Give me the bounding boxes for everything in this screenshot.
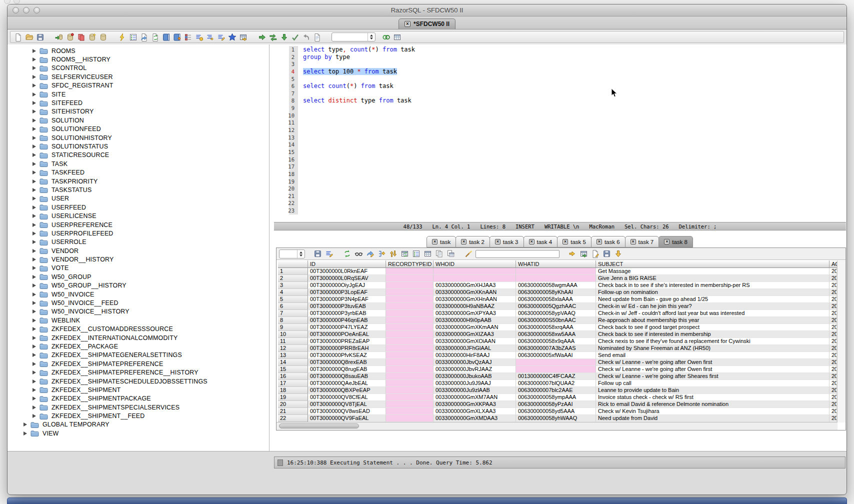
expand-arrow-icon[interactable] xyxy=(32,92,36,96)
column-header-whatid[interactable]: WHATID xyxy=(516,260,596,268)
table-cell[interactable]: Check-in w/ Jeff - couldn't afford last … xyxy=(596,310,830,317)
table-row[interactable]: 1500T3000000Q8rugEAB0033000000JbvRJAAZCh… xyxy=(278,366,837,373)
corner-header-cell[interactable] xyxy=(278,260,308,268)
table-cell[interactable]: 006300000058ympAAA xyxy=(516,394,596,401)
table-cell[interactable]: 006300000058x9qAAA xyxy=(516,338,596,345)
table-cell[interactable]: 00T3000000L0RqSEAV xyxy=(308,275,386,282)
form-view-icon[interactable] xyxy=(412,249,421,258)
table-cell[interactable]: 00630000007A3bZAAS xyxy=(516,345,596,352)
sidebar-item-sitehistory[interactable]: SITEHISTORY xyxy=(8,108,269,116)
tree-join-icon[interactable] xyxy=(377,249,386,258)
table-cell[interactable]: 200 xyxy=(830,296,837,303)
table-cell[interactable] xyxy=(386,359,434,366)
column-header-id[interactable]: ID xyxy=(308,260,386,268)
table-export-icon[interactable] xyxy=(238,32,248,42)
editor-line[interactable]: 4select top 100 * from task xyxy=(274,68,846,76)
table-cell[interactable] xyxy=(386,373,434,380)
editor-line[interactable]: 1select type, count(*) from task xyxy=(274,46,846,54)
expand-arrow-icon[interactable] xyxy=(32,249,36,253)
table-row[interactable]: 100T3000000L0RknEAFGet Massage200 xyxy=(278,268,837,275)
expand-arrow-icon[interactable] xyxy=(32,380,36,384)
sidebar-item-vendor__history[interactable]: VENDOR__HISTORY xyxy=(8,255,269,264)
table-cell[interactable]: 00630000007blc2AAE xyxy=(516,387,596,394)
align-equal-icon[interactable] xyxy=(206,32,215,42)
table-cell[interactable]: Check back to see if interested in membe… xyxy=(596,331,830,338)
editor-line[interactable]: 23 xyxy=(274,207,846,214)
table-cell[interactable]: 00T3000000QBXPeEAP xyxy=(308,387,386,394)
expand-arrow-icon[interactable] xyxy=(32,136,36,140)
zoom-window-button[interactable] xyxy=(34,7,40,14)
result-tab-task-4[interactable]: ×task 4 xyxy=(524,236,558,248)
expand-arrow-icon[interactable] xyxy=(32,153,36,157)
table-cell[interactable]: 0033000000JbvRJAAZ xyxy=(434,366,516,373)
sidebar-item-w50_invoice__feed[interactable]: W50_INVOICE__FEED xyxy=(8,298,269,307)
row-number-cell[interactable]: 4 xyxy=(278,289,308,296)
table-cell[interactable]: 200 xyxy=(830,275,837,282)
table-cell[interactable]: 0033000000GmXM7AAN xyxy=(434,394,516,401)
sidebar-item-userfeed[interactable]: USERFEED xyxy=(8,203,269,212)
db-import-icon[interactable] xyxy=(54,32,64,42)
sort-filter-icon[interactable] xyxy=(324,249,334,258)
view-quotes-icon[interactable] xyxy=(354,249,364,258)
sidebar-item-sfdc_registrant[interactable]: SFDC_REGISTRANT xyxy=(8,82,269,90)
table-cell[interactable]: 200 xyxy=(830,352,837,359)
sidebar-item-w50_group__history[interactable]: W50_GROUP__HISTORY xyxy=(8,282,269,290)
table-cell[interactable]: Need update from David xyxy=(596,415,830,422)
table-cell[interactable] xyxy=(516,275,596,282)
execute-bolt-icon[interactable] xyxy=(118,32,127,42)
expand-arrow-icon[interactable] xyxy=(32,118,36,122)
table-cell[interactable]: 00T3000000QV8CfEAL xyxy=(308,394,386,401)
save-file-icon[interactable] xyxy=(36,32,45,42)
row-number-cell[interactable]: 8 xyxy=(278,317,308,324)
table-row[interactable]: 1100T3000000PREZaEAP0033000000GmXOiAAN00… xyxy=(278,338,837,345)
table-cell[interactable]: 0033000000GmXKnAAN xyxy=(434,289,516,296)
sidebar-item-scontrol[interactable]: SCONTROL xyxy=(8,64,269,72)
expand-arrow-icon[interactable] xyxy=(32,206,36,210)
sidebar-item-zkfedex__shipmatescheduledjobssettings[interactable]: ZKFEDEX__SHIPMATESCHEDULEDJOBSSETTINGS xyxy=(8,377,269,386)
table-cell[interactable]: 0033000000JbukoAAB xyxy=(434,373,516,380)
sidebar-item-sitefeed[interactable]: SITEFEED xyxy=(8,98,269,107)
table-row[interactable]: 200T3000000L0RqSEAVGive Jenn a BIG RAISE… xyxy=(278,275,837,282)
expand-arrow-icon[interactable] xyxy=(32,162,36,166)
expand-arrow-icon[interactable] xyxy=(32,144,36,148)
table-row[interactable]: 1000T3000000POeAnEAL0033000000GmXIZAA300… xyxy=(278,331,837,338)
table-cell[interactable]: 0063000000S50bnAAC xyxy=(516,317,596,324)
table-cell[interactable]: Nominated by Shane Freeman at ANZ (HR50) xyxy=(596,345,830,352)
table-cell[interactable]: 200 xyxy=(830,408,837,415)
sidebar-item-task[interactable]: TASK xyxy=(8,160,269,168)
table-cell[interactable]: 006300000058yd5AAA xyxy=(516,408,596,415)
table-cell[interactable]: 006300000058ypVAAQ xyxy=(516,310,596,317)
table-list-icon[interactable] xyxy=(392,32,402,42)
table-cell[interactable] xyxy=(386,324,434,331)
editor-line[interactable]: 14 xyxy=(274,141,846,148)
table-cell[interactable]: 00T3000000QV8TjEAL xyxy=(308,401,386,408)
table-row[interactable]: 2000T3000000QV8TjEAL0033000000GmXKPAA300… xyxy=(278,401,837,408)
row-number-cell[interactable]: 22 xyxy=(278,415,308,422)
table-cell[interactable]: 00T3000000P3LopEAF xyxy=(308,289,386,296)
table-cell[interactable]: 200 xyxy=(830,289,837,296)
sql-editor[interactable]: 1select type, count(*) from task2group b… xyxy=(274,44,846,222)
editor-line[interactable]: 5 xyxy=(274,76,846,83)
table-cell[interactable]: Invoice status check - check w/ RS first xyxy=(596,394,830,401)
editor-line[interactable]: 22 xyxy=(274,200,846,207)
notebook-icon[interactable] xyxy=(162,32,171,42)
sidebar-item-view[interactable]: VIEW xyxy=(8,429,269,438)
expand-arrow-icon[interactable] xyxy=(32,66,36,70)
table-cell[interactable] xyxy=(386,268,434,275)
table-cell[interactable] xyxy=(386,331,434,338)
editor-line[interactable]: 18 xyxy=(274,170,846,178)
sidebar-item-userrole[interactable]: USERROLE xyxy=(8,238,269,246)
refresh-cycle-icon[interactable] xyxy=(342,249,352,258)
table-cell[interactable]: Check nexis to see if they've found a re… xyxy=(596,338,830,345)
table-cell[interactable] xyxy=(386,380,434,387)
table-cell[interactable] xyxy=(386,401,434,408)
expand-arrow-icon[interactable] xyxy=(32,336,36,340)
table-cell[interactable]: 0033000000GmXKmAAN xyxy=(434,324,516,331)
table-cell[interactable]: Check w/ Leanne - we're going after Owen… xyxy=(596,359,830,366)
editor-line[interactable]: 3 xyxy=(274,60,846,68)
close-tab-icon[interactable]: × xyxy=(461,239,466,244)
expand-arrow-icon[interactable] xyxy=(32,318,36,322)
table-cell[interactable] xyxy=(386,394,434,401)
go-forward-icon[interactable] xyxy=(258,32,267,42)
sidebar-item-solution[interactable]: SOLUTION xyxy=(8,116,269,124)
